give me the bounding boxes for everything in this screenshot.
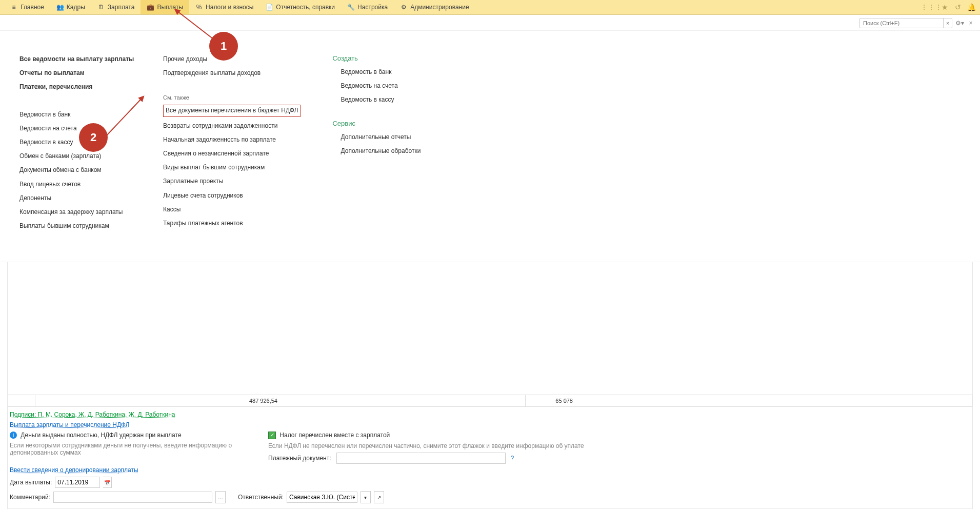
summary-row: 487 926,54 65 078 [8,395,972,406]
pay-date-input[interactable] [55,477,100,488]
document-form: 487 926,54 65 078 Подписи: П. М. Сорока,… [7,250,973,509]
bell-icon[interactable]: 🔔 [967,3,976,12]
nav-cash-registers[interactable]: Кассы [163,205,301,214]
nav-deposited[interactable]: Депоненты [19,193,137,203]
nav-bank-exchange[interactable]: Обмен с банками (зарплата) [19,151,137,161]
nav-employee-debt-returns[interactable]: Возвраты сотрудниками задолженности [163,121,301,131]
nav-create-cash-sheet[interactable]: Ведомость в кассу [332,95,435,105]
menu-label: Зарплата [108,4,135,11]
panel-close-icon[interactable]: × [967,19,975,27]
people-icon: 👥 [56,4,64,11]
responsible-dropdown-button[interactable]: ▾ [361,491,371,503]
comment-input[interactable] [53,492,212,503]
annotation-number: 2 [90,131,96,144]
summary-cell-blank2 [282,395,526,406]
menu-reports[interactable]: 📄 Отчетность, справки [259,0,341,14]
nav-income-confirmations[interactable]: Подтверждения выплаты доходов [163,68,301,78]
form-details: Подписи: П. М. Сорока, Ж. Д. Работкина, … [8,407,972,509]
wrench-icon: 🔧 [347,4,354,11]
tax-transferred-row: ✓ Налог перечислен вместе с зарплатой [268,432,584,439]
nav-personal-accounts-input[interactable]: Ввод лицевых счетов [19,180,137,189]
responsible-label: Ответственный: [238,494,284,501]
deposit-info-link[interactable]: Ввести сведения о депонировании зарплаты [10,466,266,474]
calendar-icon: 🗓 [97,4,105,11]
main-menu: ≡ Главное 👥 Кадры 🗓 Зарплата 💼 Выплаты %… [0,0,980,15]
payment-doc-input[interactable] [336,453,506,464]
subheader: × ⚙▾ × [0,15,980,31]
annotation-number: 1 [221,40,227,53]
nav-uncredited-salary-info[interactable]: Сведения о незачисленной зарплате [163,149,301,159]
menu-label: Администрирование [410,4,469,11]
payment-doc-row: Платежный документ: ? [268,453,584,464]
summary-cell-amount2: 65 078 [526,395,577,406]
nav-payment-reports[interactable]: Отчеты по выплатам [19,68,137,78]
menu-taxes[interactable]: % Налоги и взносы [189,0,259,14]
nav-additional-processing[interactable]: Дополнительные обработки [332,146,435,156]
nav-bank-exchange-docs[interactable]: Документы обмена с банком [19,165,137,175]
nav-additional-reports[interactable]: Дополнительные отчеты [332,132,435,142]
nav-create-account-sheet[interactable]: Ведомость на счета [332,81,435,91]
summary-cell-blank1 [8,395,35,406]
nav-all-payroll-sheets[interactable]: Все ведомости на выплату зарплаты [19,54,137,64]
nav-service-heading: Сервис [332,120,435,127]
nav-delay-compensation[interactable]: Компенсация за задержку зарплаты [19,207,137,217]
comment-responsible-row: Комментарий: … Ответственный: ▾ ↗ [10,491,970,503]
payment-doc-label: Платежный документ: [268,455,331,462]
grid-icon[interactable]: ⋮⋮⋮ [927,3,936,12]
nav-sheets-bank[interactable]: Ведомости в банк [19,110,137,120]
history-icon[interactable]: ↺ [953,3,963,12]
nav-col-1: Все ведомости на выплату зарплаты Отчеты… [19,54,137,231]
nav-former-employees-payments[interactable]: Выплаты бывшим сотрудникам [19,221,137,231]
payroll-transfer-section-link[interactable]: Выплата зарплаты и перечисление НДФЛ [10,421,970,428]
menu-payments[interactable]: 💼 Выплаты [141,0,189,14]
nav-col-2: Прочие доходы Подтверждения выплаты дохо… [163,54,301,231]
tax-transferred-checkbox[interactable]: ✓ [268,432,276,439]
comment-ellipsis-button[interactable]: … [215,491,226,503]
nav-dropdown-panel: Все ведомости на выплату зарплаты Отчеты… [0,31,980,262]
nav-employee-personal-accounts[interactable]: Лицевые счета сотрудников [163,191,301,201]
money-status-text: Деньги выданы полностью, НДФЛ удержан пр… [21,432,181,439]
summary-cell-blank3 [577,395,972,406]
star-icon[interactable]: ★ [940,3,949,12]
menu-salary[interactable]: 🗓 Зарплата [91,0,141,14]
responsible-input[interactable] [287,492,357,503]
annotation-circle-2: 2 [79,123,108,152]
money-status-hint: Если некоторыми сотрудниками деньги не п… [10,442,266,456]
panel-settings-icon[interactable]: ⚙▾ [955,19,964,27]
menu-label: Выплаты [157,4,183,11]
calendar-picker-icon[interactable]: 📅 [103,477,112,488]
menu-label: Кадры [67,4,85,11]
menu-right-controls: ⋮⋮⋮ ★ ↺ 🔔 [927,3,980,12]
nav-col-3: Создать Ведомость в банк Ведомость на сч… [332,54,435,231]
nav-sheets-accounts[interactable]: Ведомости на счета [19,124,137,133]
document-icon: 📄 [266,4,273,11]
menu-settings[interactable]: 🔧 Настройка [341,0,394,14]
tax-status-hint: Если НДФЛ не перечислен или перечислен ч… [268,442,584,449]
menu-hr[interactable]: 👥 Кадры [50,0,91,14]
hamburger-icon: ≡ [10,4,17,11]
search-input[interactable] [860,19,943,27]
tax-transferred-label: Налог перечислен вместе с зарплатой [279,432,390,439]
gear-icon: ⚙ [400,4,407,11]
menu-main[interactable]: ≡ Главное [4,0,50,14]
nav-former-employee-payment-types[interactable]: Виды выплат бывшим сотрудникам [163,163,301,172]
pay-date-label: Дата выплаты: [10,479,52,486]
nav-transfers[interactable]: Платежи, перечисления [19,82,137,92]
info-icon: i [10,432,17,439]
menu-admin[interactable]: ⚙ Администрирование [394,0,475,14]
nav-initial-payroll-debt[interactable]: Начальная задолженность по зарплате [163,135,301,145]
menu-label: Главное [21,4,44,11]
search-clear-button[interactable]: × [943,18,952,28]
nav-all-ndfl-transfer-docs[interactable]: Все документы перечисления в бюджет НДФЛ [163,105,301,116]
nav-sheets-cash[interactable]: Ведомости в кассу [19,138,137,147]
nav-create-bank-sheet[interactable]: Ведомость в банк [332,67,435,77]
money-status-row: i Деньги выданы полностью, НДФЛ удержан … [10,432,266,439]
search-wrap: × [859,18,952,28]
pay-date-row: Дата выплаты: 📅 [10,477,970,488]
responsible-open-button[interactable]: ↗ [374,491,384,503]
signatures-link[interactable]: Подписи: П. М. Сорока, Ж. Д. Работкина, … [10,411,970,418]
nav-salary-projects[interactable]: Зарплатные проекты [163,177,301,186]
grid-area: 487 926,54 65 078 [8,251,972,407]
payment-doc-help-icon[interactable]: ? [511,455,514,462]
nav-payment-agent-tariffs[interactable]: Тарифы платежных агентов [163,219,301,228]
